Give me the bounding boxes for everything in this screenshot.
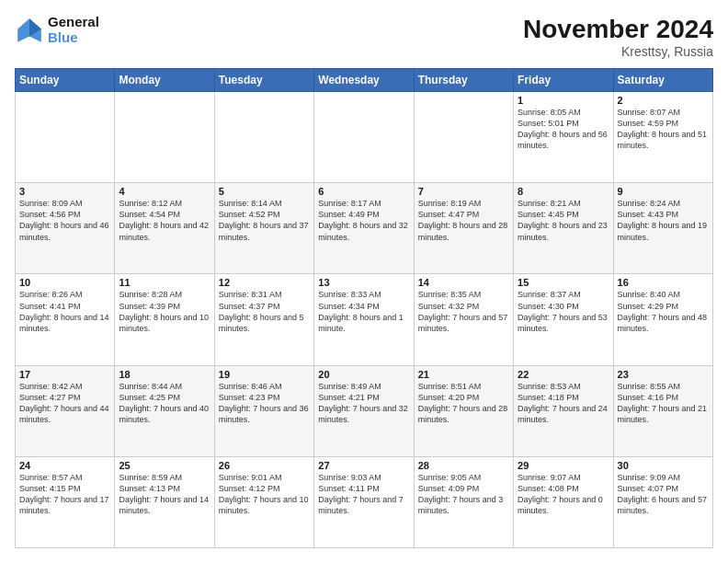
day-number: 15 bbox=[518, 277, 609, 288]
day-number: 2 bbox=[618, 95, 709, 106]
calendar-week-row: 3Sunrise: 8:09 AMSunset: 4:56 PMDaylight… bbox=[16, 183, 713, 274]
day-number: 25 bbox=[119, 460, 210, 471]
day-number: 4 bbox=[119, 186, 210, 197]
calendar-table: SundayMondayTuesdayWednesdayThursdayFrid… bbox=[15, 68, 713, 548]
page-title: November 2024 bbox=[523, 15, 713, 44]
day-info: Sunrise: 8:26 AMSunset: 4:41 PMDaylight:… bbox=[19, 289, 110, 334]
day-number: 24 bbox=[19, 460, 110, 471]
calendar-cell: 19Sunrise: 8:46 AMSunset: 4:23 PMDayligh… bbox=[214, 365, 313, 456]
calendar-cell: 8Sunrise: 8:21 AMSunset: 4:45 PMDaylight… bbox=[514, 183, 613, 274]
calendar-week-row: 24Sunrise: 8:57 AMSunset: 4:15 PMDayligh… bbox=[16, 456, 713, 547]
calendar-cell: 25Sunrise: 8:59 AMSunset: 4:13 PMDayligh… bbox=[115, 456, 214, 547]
day-info: Sunrise: 8:42 AMSunset: 4:27 PMDaylight:… bbox=[19, 381, 110, 426]
day-info: Sunrise: 8:07 AMSunset: 4:59 PMDaylight:… bbox=[618, 107, 709, 152]
day-info: Sunrise: 8:33 AMSunset: 4:34 PMDaylight:… bbox=[318, 289, 409, 334]
day-number: 29 bbox=[518, 460, 609, 471]
calendar-cell: 27Sunrise: 9:03 AMSunset: 4:11 PMDayligh… bbox=[314, 456, 414, 547]
calendar-header-thursday: Thursday bbox=[414, 69, 513, 92]
page-subtitle: Kresttsy, Russia bbox=[523, 44, 713, 59]
day-number: 9 bbox=[618, 186, 709, 197]
day-info: Sunrise: 8:46 AMSunset: 4:23 PMDaylight:… bbox=[219, 381, 310, 426]
logo: General Blue bbox=[15, 15, 99, 45]
day-info: Sunrise: 8:57 AMSunset: 4:15 PMDaylight:… bbox=[19, 472, 110, 517]
day-info: Sunrise: 8:55 AMSunset: 4:16 PMDaylight:… bbox=[618, 381, 709, 426]
calendar-cell bbox=[115, 92, 214, 183]
day-number: 6 bbox=[318, 186, 409, 197]
day-info: Sunrise: 8:49 AMSunset: 4:21 PMDaylight:… bbox=[318, 381, 409, 426]
calendar-cell bbox=[414, 92, 513, 183]
calendar-cell: 22Sunrise: 8:53 AMSunset: 4:18 PMDayligh… bbox=[514, 365, 613, 456]
calendar-cell: 12Sunrise: 8:31 AMSunset: 4:37 PMDayligh… bbox=[214, 274, 313, 365]
day-info: Sunrise: 8:31 AMSunset: 4:37 PMDaylight:… bbox=[219, 289, 310, 334]
day-number: 5 bbox=[219, 186, 310, 197]
calendar-header-monday: Monday bbox=[115, 69, 214, 92]
calendar-cell: 2Sunrise: 8:07 AMSunset: 4:59 PMDaylight… bbox=[613, 92, 712, 183]
calendar-cell: 18Sunrise: 8:44 AMSunset: 4:25 PMDayligh… bbox=[115, 365, 214, 456]
calendar-header-friday: Friday bbox=[514, 69, 613, 92]
logo-text-line2: Blue bbox=[48, 30, 99, 46]
day-info: Sunrise: 8:51 AMSunset: 4:20 PMDaylight:… bbox=[418, 381, 509, 426]
day-number: 12 bbox=[219, 277, 310, 288]
day-info: Sunrise: 9:07 AMSunset: 4:08 PMDaylight:… bbox=[518, 472, 609, 517]
day-info: Sunrise: 9:01 AMSunset: 4:12 PMDaylight:… bbox=[219, 472, 310, 517]
calendar-cell: 4Sunrise: 8:12 AMSunset: 4:54 PMDaylight… bbox=[115, 183, 214, 274]
calendar-header-saturday: Saturday bbox=[613, 69, 712, 92]
calendar-week-row: 10Sunrise: 8:26 AMSunset: 4:41 PMDayligh… bbox=[16, 274, 713, 365]
day-info: Sunrise: 8:17 AMSunset: 4:49 PMDaylight:… bbox=[318, 198, 409, 243]
day-number: 7 bbox=[418, 186, 509, 197]
calendar-cell: 20Sunrise: 8:49 AMSunset: 4:21 PMDayligh… bbox=[314, 365, 414, 456]
calendar-cell: 17Sunrise: 8:42 AMSunset: 4:27 PMDayligh… bbox=[16, 365, 115, 456]
day-info: Sunrise: 9:09 AMSunset: 4:07 PMDaylight:… bbox=[618, 472, 709, 517]
day-number: 19 bbox=[219, 369, 310, 380]
calendar-week-row: 1Sunrise: 8:05 AMSunset: 5:01 PMDaylight… bbox=[16, 92, 713, 183]
calendar-header-sunday: Sunday bbox=[16, 69, 115, 92]
day-number: 18 bbox=[119, 369, 210, 380]
calendar-cell: 28Sunrise: 9:05 AMSunset: 4:09 PMDayligh… bbox=[414, 456, 513, 547]
calendar-cell: 11Sunrise: 8:28 AMSunset: 4:39 PMDayligh… bbox=[115, 274, 214, 365]
title-block: November 2024 Kresttsy, Russia bbox=[523, 15, 713, 59]
day-number: 21 bbox=[418, 369, 509, 380]
logo-icon bbox=[15, 16, 44, 45]
day-number: 30 bbox=[618, 460, 709, 471]
header: General Blue November 2024 Kresttsy, Rus… bbox=[15, 15, 713, 59]
day-number: 20 bbox=[318, 369, 409, 380]
day-info: Sunrise: 8:05 AMSunset: 5:01 PMDaylight:… bbox=[518, 107, 609, 152]
calendar-cell: 30Sunrise: 9:09 AMSunset: 4:07 PMDayligh… bbox=[613, 456, 712, 547]
calendar-week-row: 17Sunrise: 8:42 AMSunset: 4:27 PMDayligh… bbox=[16, 365, 713, 456]
calendar-cell: 7Sunrise: 8:19 AMSunset: 4:47 PMDaylight… bbox=[414, 183, 513, 274]
calendar-header-row: SundayMondayTuesdayWednesdayThursdayFrid… bbox=[16, 69, 713, 92]
calendar-cell: 26Sunrise: 9:01 AMSunset: 4:12 PMDayligh… bbox=[214, 456, 313, 547]
calendar-cell: 16Sunrise: 8:40 AMSunset: 4:29 PMDayligh… bbox=[613, 274, 712, 365]
day-number: 14 bbox=[418, 277, 509, 288]
calendar-cell: 24Sunrise: 8:57 AMSunset: 4:15 PMDayligh… bbox=[16, 456, 115, 547]
day-info: Sunrise: 8:35 AMSunset: 4:32 PMDaylight:… bbox=[418, 289, 509, 334]
day-number: 16 bbox=[618, 277, 709, 288]
day-info: Sunrise: 8:14 AMSunset: 4:52 PMDaylight:… bbox=[219, 198, 310, 243]
day-info: Sunrise: 8:24 AMSunset: 4:43 PMDaylight:… bbox=[618, 198, 709, 243]
day-number: 28 bbox=[418, 460, 509, 471]
day-info: Sunrise: 8:09 AMSunset: 4:56 PMDaylight:… bbox=[19, 198, 110, 243]
day-number: 11 bbox=[119, 277, 210, 288]
day-number: 22 bbox=[518, 369, 609, 380]
day-info: Sunrise: 8:44 AMSunset: 4:25 PMDaylight:… bbox=[119, 381, 210, 426]
day-info: Sunrise: 8:28 AMSunset: 4:39 PMDaylight:… bbox=[119, 289, 210, 334]
calendar-cell: 13Sunrise: 8:33 AMSunset: 4:34 PMDayligh… bbox=[314, 274, 414, 365]
day-info: Sunrise: 9:03 AMSunset: 4:11 PMDaylight:… bbox=[318, 472, 409, 517]
calendar-cell: 6Sunrise: 8:17 AMSunset: 4:49 PMDaylight… bbox=[314, 183, 414, 274]
calendar-cell: 21Sunrise: 8:51 AMSunset: 4:20 PMDayligh… bbox=[414, 365, 513, 456]
day-info: Sunrise: 9:05 AMSunset: 4:09 PMDaylight:… bbox=[418, 472, 509, 517]
day-info: Sunrise: 8:37 AMSunset: 4:30 PMDaylight:… bbox=[518, 289, 609, 334]
calendar-cell bbox=[16, 92, 115, 183]
day-number: 1 bbox=[518, 95, 609, 106]
day-number: 8 bbox=[518, 186, 609, 197]
calendar-cell bbox=[214, 92, 313, 183]
calendar-cell: 14Sunrise: 8:35 AMSunset: 4:32 PMDayligh… bbox=[414, 274, 513, 365]
day-info: Sunrise: 8:53 AMSunset: 4:18 PMDaylight:… bbox=[518, 381, 609, 426]
day-number: 17 bbox=[19, 369, 110, 380]
day-info: Sunrise: 8:21 AMSunset: 4:45 PMDaylight:… bbox=[518, 198, 609, 243]
calendar-cell: 29Sunrise: 9:07 AMSunset: 4:08 PMDayligh… bbox=[514, 456, 613, 547]
calendar-header-wednesday: Wednesday bbox=[314, 69, 414, 92]
calendar-cell: 5Sunrise: 8:14 AMSunset: 4:52 PMDaylight… bbox=[214, 183, 313, 274]
page: General Blue November 2024 Kresttsy, Rus… bbox=[0, 0, 728, 563]
day-number: 23 bbox=[618, 369, 709, 380]
